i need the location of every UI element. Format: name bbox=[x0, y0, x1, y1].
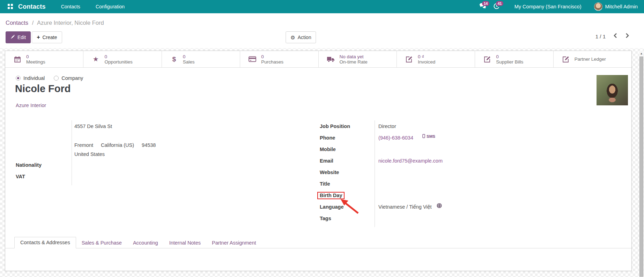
tags-label: Tags bbox=[320, 215, 376, 221]
action-button[interactable]: ⚙ Action bbox=[286, 31, 316, 43]
stat-sales[interactable]: $ 0 Sales bbox=[162, 51, 240, 67]
stat-opportunities[interactable]: ★ 0 Opportunities bbox=[83, 51, 162, 67]
pager-previous-button[interactable] bbox=[613, 33, 617, 40]
vertical-scrollbar[interactable]: ▲ bbox=[639, 51, 644, 277]
stat-invoiced[interactable]: 0 ₫ Invoiced bbox=[397, 51, 475, 67]
breadcrumb-separator: / bbox=[32, 20, 34, 26]
phone-row: Phone (946)-638-6034 SMS bbox=[320, 134, 627, 145]
stat-purchases[interactable]: 0 Purchases bbox=[240, 51, 318, 67]
user-avatar bbox=[594, 2, 602, 11]
breadcrumb-contacts[interactable]: Contacts bbox=[6, 20, 28, 26]
zip-value[interactable]: 94538 bbox=[142, 141, 156, 148]
vat-value[interactable] bbox=[72, 173, 74, 174]
apps-menu-icon[interactable] bbox=[8, 4, 13, 9]
notebook-tabs: Contacts & Addresses Sales & Purchase Ac… bbox=[5, 237, 631, 248]
company-switcher[interactable]: My Company (San Francisco) bbox=[515, 4, 582, 9]
radio-unselected-icon bbox=[54, 76, 59, 81]
radio-company-label: Company bbox=[61, 75, 83, 81]
menu-configuration[interactable]: Configuration bbox=[96, 4, 125, 9]
nationality-row: Nationality bbox=[16, 161, 312, 173]
title-value[interactable] bbox=[376, 180, 378, 181]
chevron-right-icon bbox=[625, 33, 629, 40]
user-menu[interactable]: Mitchell Admin bbox=[594, 2, 638, 11]
stat-on-time-rate[interactable]: No data yet On-time Rate bbox=[319, 51, 397, 67]
globe-icon[interactable] bbox=[437, 203, 442, 208]
chevron-left-icon bbox=[613, 33, 617, 40]
nationality-label: Nationality bbox=[16, 161, 72, 168]
scroll-up-icon[interactable]: ▲ bbox=[639, 51, 644, 56]
menu-contacts[interactable]: Contacts bbox=[61, 4, 80, 9]
truck-icon bbox=[326, 56, 335, 62]
create-label: Create bbox=[42, 34, 57, 41]
app-name[interactable]: Contacts bbox=[18, 3, 46, 10]
pencil-icon bbox=[10, 34, 15, 41]
star-icon: ★ bbox=[91, 55, 100, 63]
tab-internal-notes[interactable]: Internal Notes bbox=[164, 238, 206, 248]
sms-label: SMS bbox=[427, 134, 435, 138]
job-position-value[interactable]: Director bbox=[376, 122, 396, 129]
job-position-row: Job Position Director bbox=[320, 122, 627, 134]
email-label: Email bbox=[320, 157, 376, 164]
contact-photo[interactable] bbox=[597, 75, 628, 105]
stat-label: Supplier Bills bbox=[496, 59, 523, 65]
action-label: Action bbox=[298, 34, 311, 41]
gear-icon: ⚙ bbox=[290, 35, 295, 40]
nationality-value[interactable] bbox=[72, 161, 74, 162]
city-row: Fremont California (US) 94538 bbox=[16, 141, 312, 150]
mobile-row: Mobile bbox=[320, 145, 627, 157]
credit-card-icon bbox=[248, 56, 257, 62]
activities-badge: 41 bbox=[496, 1, 504, 6]
tab-partner-assignment[interactable]: Partner Assignment bbox=[206, 238, 262, 248]
street-row: 4557 De Silva St bbox=[16, 122, 312, 134]
job-position-label: Job Position bbox=[320, 122, 376, 129]
sms-button[interactable]: SMS bbox=[422, 134, 435, 139]
email-value[interactable]: nicole.ford75@example.com bbox=[376, 157, 443, 164]
website-row: Website bbox=[320, 169, 627, 180]
mobile-label: Mobile bbox=[320, 145, 376, 152]
state-value[interactable]: California (US) bbox=[101, 141, 134, 148]
stat-label: Invoiced bbox=[418, 59, 435, 65]
stat-value: 0 bbox=[261, 54, 283, 59]
city-value[interactable]: Fremont bbox=[72, 141, 93, 148]
stat-supplier-bills[interactable]: 0 Supplier Bills bbox=[475, 51, 553, 67]
scrollbar-thumb[interactable] bbox=[639, 57, 643, 277]
contact-name[interactable]: Nicole Ford bbox=[15, 83, 71, 95]
street-value[interactable]: 4557 De Silva St bbox=[72, 122, 112, 129]
tab-accounting[interactable]: Accounting bbox=[127, 238, 164, 248]
plus-icon: + bbox=[37, 35, 40, 40]
pager-next-button[interactable] bbox=[625, 33, 629, 40]
breadcrumb: Contacts / Azure Interior, Nicole Ford bbox=[6, 20, 104, 26]
vat-row: VAT bbox=[16, 173, 312, 184]
language-label: Language bbox=[320, 203, 376, 210]
edit-note-icon bbox=[561, 56, 570, 63]
phone-value[interactable]: (946)-638-6034 bbox=[376, 134, 413, 141]
user-name: Mitchell Admin bbox=[605, 4, 638, 9]
stat-meetings[interactable]: 0 Meetings bbox=[5, 51, 83, 67]
parent-company-link[interactable]: Azure Interior bbox=[16, 103, 46, 108]
tags-value[interactable] bbox=[376, 215, 378, 216]
edit-button[interactable]: Edit bbox=[6, 31, 31, 43]
address-label bbox=[16, 122, 72, 123]
activities-button[interactable]: 41 bbox=[491, 2, 502, 11]
radio-individual-label: Individual bbox=[23, 75, 45, 81]
tab-contacts-addresses[interactable]: Contacts & Addresses bbox=[14, 237, 76, 248]
mobile-value[interactable] bbox=[376, 145, 378, 147]
radio-company[interactable]: Company bbox=[54, 75, 83, 81]
stat-partner-ledger[interactable]: Partner Ledger bbox=[554, 51, 631, 67]
birthday-highlight-box: Birth Day bbox=[317, 192, 345, 199]
email-row: Email nicole.ford75@example.com bbox=[320, 157, 627, 169]
messages-button[interactable]: 14 bbox=[478, 2, 488, 11]
stat-label: Partner Ledger bbox=[575, 57, 606, 62]
tab-sales-purchase[interactable]: Sales & Purchase bbox=[76, 238, 127, 248]
stat-value: No data yet bbox=[340, 54, 368, 59]
pager-count: 1 / 1 bbox=[595, 33, 606, 39]
radio-individual[interactable]: Individual bbox=[16, 75, 45, 81]
title-row: Title bbox=[320, 180, 627, 192]
birthday-value[interactable] bbox=[376, 192, 378, 193]
country-value[interactable]: United States bbox=[72, 150, 105, 157]
birthday-row: Birth Day bbox=[320, 192, 627, 203]
create-button[interactable]: + Create bbox=[32, 31, 62, 43]
website-value[interactable] bbox=[376, 169, 378, 170]
language-value[interactable]: Vietnamese / Tiếng Việt bbox=[376, 203, 432, 210]
address-group: 4557 De Silva St Fremont California (US)… bbox=[16, 122, 312, 184]
